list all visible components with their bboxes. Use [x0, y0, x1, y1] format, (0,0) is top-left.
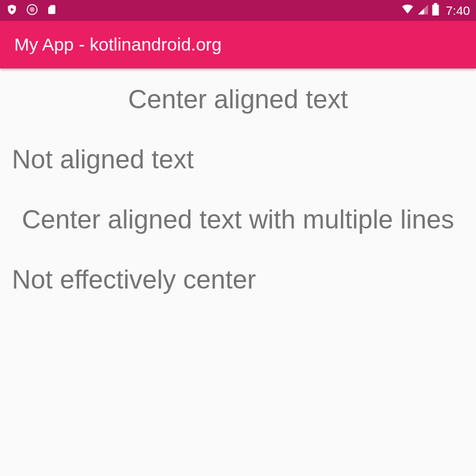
status-clock: 7:40: [446, 4, 470, 18]
content-area: Center aligned text Not aligned text Cen…: [0, 68, 476, 337]
svg-rect-3: [434, 3, 437, 5]
status-bar: 7:40: [0, 0, 476, 21]
shield-icon: [6, 3, 18, 18]
text-left-2: Not effectively center: [12, 263, 464, 296]
status-bar-right: 7:40: [400, 3, 470, 18]
app-title: My App - kotlinandroid.org: [14, 35, 222, 55]
sd-card-icon: [46, 3, 57, 18]
text-center-multiline: Center aligned text with multiple lines: [12, 203, 464, 236]
text-left-1: Not aligned text: [12, 143, 464, 176]
status-bar-left: [6, 3, 57, 18]
signal-icon: [417, 4, 429, 18]
battery-icon: [431, 3, 440, 18]
app-bar: My App - kotlinandroid.org: [0, 21, 476, 68]
wifi-icon: [400, 4, 415, 18]
svg-rect-2: [433, 4, 439, 15]
record-icon: [26, 4, 38, 18]
svg-point-1: [30, 7, 35, 11]
text-center-1: Center aligned text: [12, 83, 464, 115]
